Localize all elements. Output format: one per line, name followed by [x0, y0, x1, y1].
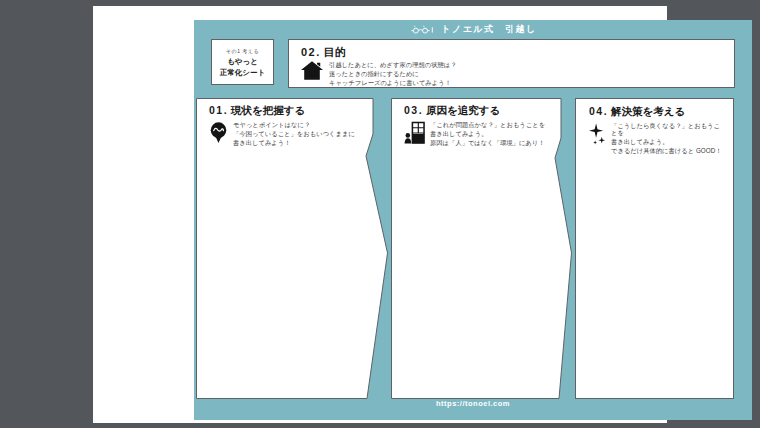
sheet-title: もやっと 正常化シート: [212, 57, 273, 79]
panel2-line: 書き出してみよう。: [430, 130, 545, 137]
purpose-description: 引越したあとに、めざす家の理想の状態は？ 迷ったときの指針にするために キャッチ…: [329, 61, 457, 88]
panel-cause: 03.原因を追究する 「これが問題点かな？」とおもうことを: [391, 98, 572, 399]
tonoel-logo-icon: [409, 24, 435, 35]
sparkle-icon: [589, 122, 606, 150]
panel3-title: 04.解決策を考える: [589, 105, 723, 119]
panel3-title-text: 解決策を考える: [611, 105, 685, 117]
panel2-title: 03.原因を追究する: [404, 104, 546, 118]
panel2-title-text: 原因を追究する: [426, 104, 500, 116]
sheet-step-label: その1 考える: [212, 48, 273, 54]
panel1-line: モヤっとポイントはなに？: [233, 121, 355, 128]
panel1-title: 01.現状を把握する: [209, 104, 362, 118]
purpose-section: 02.目的 引越したあとに、めざす家の理想の状態は？ 迷ったときの指針にするため…: [288, 39, 735, 88]
panel2-description: 「これが問題点かな？」とおもうことを 書き出してみよう。 原因は「人」ではなく「…: [430, 121, 545, 148]
furniture-environment-icon: [404, 121, 425, 149]
panel3-line: 「こうしたら良くなる？」とおもうことを: [611, 122, 723, 137]
worksheet-page: { "header": { "brand": "トノエル式 引越し" }, "s…: [0, 0, 760, 428]
footer-url: https://tonoel.com: [194, 399, 752, 408]
panel1-description: モヤっとポイントはなに？ 「今困っていること」をおもいつくままに 書き出してみよ…: [233, 121, 355, 148]
brand-header: トノエル式 引越し: [194, 22, 752, 36]
panel-current-state: 01.現状を把握する モヤっとポイントはなに？ 「今困っていること」をおもいつく…: [196, 98, 388, 399]
panel2-line: 原因は「人」ではなく「環境」にあり！: [430, 139, 545, 146]
purpose-title-text: 目的: [324, 46, 346, 58]
panel2-line: 「これが問題点かな？」とおもうことを: [430, 121, 545, 128]
panel1-line: 「今困っていること」をおもいつくままに: [233, 130, 355, 137]
panel3-line: 書き出してみよう。: [611, 138, 723, 145]
sheet-frame: トノエル式 引越し その1 考える もやっと 正常化シート 02.目的: [93, 6, 667, 423]
panel1-number: 01.: [209, 104, 228, 116]
purpose-line: 迷ったときの指針にするために: [329, 70, 457, 77]
moyatto-bubble-icon: [209, 121, 228, 149]
purpose-line: キャッチフレーズのように書いてみよう！: [329, 79, 457, 86]
panel3-number: 04.: [589, 105, 608, 117]
sheet-board: トノエル式 引越し その1 考える もやっと 正常化シート 02.目的: [194, 20, 752, 420]
purpose-title: 02.目的: [301, 45, 734, 60]
sheet-title-line2: 正常化シート: [212, 68, 273, 79]
sheet-title-line1: もやっと: [212, 57, 273, 68]
house-icon: [301, 61, 323, 84]
brand-title: トノエル式 引越し: [441, 23, 537, 36]
panel-solution: 04.解決策を考える 「こうしたら良くなる？」とおもうことを 書き出してみよう。…: [575, 98, 734, 399]
panel3-line: できるだけ具体的に書けると GOOD！: [611, 147, 723, 154]
purpose-number: 02.: [301, 46, 321, 58]
purpose-line: 引越したあとに、めざす家の理想の状態は？: [329, 61, 457, 68]
sheet-title-box: その1 考える もやっと 正常化シート: [211, 39, 274, 85]
panel2-number: 03.: [404, 104, 423, 116]
panel3-description: 「こうしたら良くなる？」とおもうことを 書き出してみよう。 できるだけ具体的に書…: [611, 122, 723, 156]
panel1-title-text: 現状を把握する: [231, 104, 305, 116]
panel1-line: 書き出してみよう！: [233, 139, 355, 146]
